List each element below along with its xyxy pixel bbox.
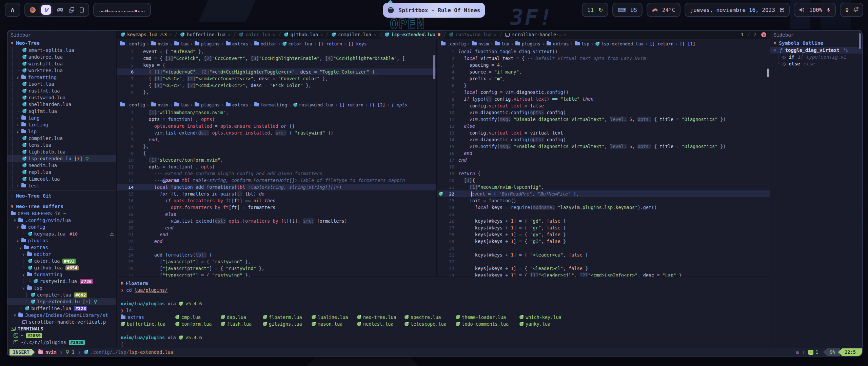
breadcrumb-item[interactable]: lua: [495, 41, 509, 46]
code-line[interactable]: 13 ---@param tbl table<string, conform.F…: [117, 177, 436, 184]
tab-rustywind-lua[interactable]: rustywind.lua✕: [445, 30, 500, 39]
tree-item[interactable]: │ └ worktree.lua: [7, 67, 116, 74]
breadcrumb-item[interactable]: plugins: [195, 102, 220, 107]
code-line[interactable]: 3 [1]"williamboman/mason.nvim",: [117, 109, 436, 116]
date-widget[interactable]: jueves, noviembre 16, 2023: [685, 3, 789, 17]
code-line[interactable]: 1local function toggle_diag_virtext(): [437, 48, 770, 55]
tree-item[interactable]: └ lsp-extended.lu[+]⚲: [7, 298, 116, 305]
tree-item[interactable]: ∨config: [7, 224, 116, 230]
workspace-active[interactable]: V: [41, 5, 51, 15]
breadcrumb-item[interactable]: ƒ opts: [391, 102, 407, 107]
tree-item[interactable]: ∨formatting: [7, 271, 116, 278]
tab-compiler-lua[interactable]: compiler.lua✕: [328, 30, 380, 39]
code-area[interactable]: 1local function toggle_diag_virtext()2 l…: [437, 48, 770, 277]
breadcrumb-item[interactable]: extras: [547, 41, 569, 46]
code-line[interactable]: 25: [437, 211, 770, 218]
tab-close-icon[interactable]: ✕: [374, 32, 376, 37]
tree-item[interactable]: ∨.config/nvim/lua: [7, 217, 116, 224]
tree-item[interactable]: ∨editor: [7, 251, 116, 258]
symbols-outline-header[interactable]: ∨ Symbols Outline: [770, 39, 862, 47]
tree-item[interactable]: >_~/.c/n/l/plugins#3980: [7, 339, 116, 346]
tab-bufferline-lua[interactable]: bufferline.lua✕: [176, 30, 234, 39]
code-line[interactable]: 16 if opts.formatters_by_ft[ft] == nil t…: [117, 197, 436, 204]
tab-scrollbar-handle-[interactable]: scrollbar-handle-…✕: [501, 30, 571, 39]
tree-item[interactable]: │ │ undotree.lua: [7, 54, 116, 60]
updates-widget[interactable]: 11 ↻: [582, 3, 609, 17]
code-line[interactable]: 6 }: [437, 82, 770, 89]
code-line[interactable]: 18: [437, 163, 770, 170]
code-line[interactable]: 27 ["typescript"] = { "rustywind" },: [117, 272, 436, 277]
tree-item[interactable]: >_~#2859: [7, 332, 116, 339]
tree-item[interactable]: │ │ lightbulb.lua: [7, 148, 116, 155]
code-line[interactable]: 21 end: [117, 231, 436, 238]
code-line[interactable]: 24 add_formatters(tbl: {: [117, 251, 436, 258]
code-line[interactable]: 11 vim.notify(msg: "Disable diagnostics …: [437, 116, 770, 123]
tab-lsp-extended-lua[interactable]: lsp-extended.lua: [381, 30, 445, 39]
code-line[interactable]: 13 config.virtual_text = virtual_text: [437, 129, 770, 136]
scrollbar[interactable]: [859, 33, 861, 49]
tree-item[interactable]: >_TERMINALS: [7, 325, 116, 332]
code-line[interactable]: 12 --- Extend the conform plugin config …: [117, 170, 436, 177]
code-line[interactable]: 33 keys[#keys + 1] = { "<leader>cl", fal…: [437, 265, 770, 272]
code-line[interactable]: 7 { [1]"<S-C>", [2]"<cmd>CccConvert<cr>"…: [117, 75, 436, 82]
code-line[interactable]: 5 keys = {: [117, 62, 436, 68]
tree-item[interactable]: ∨Juegos/Indies/SteamLibrary/st: [7, 312, 116, 319]
code-line[interactable]: 23 init = function(): [437, 197, 770, 204]
breadcrumb-item[interactable]: {} return: [318, 41, 342, 46]
neotree-section-header[interactable]: ∨ Neo-Tree: [7, 39, 116, 47]
code-line[interactable]: 14 vim.diagnostic.config(opts: config): [437, 136, 770, 143]
workspace-games[interactable]: [57, 8, 63, 12]
code-line[interactable]: 30: [437, 245, 770, 251]
code-line[interactable]: 3 spacing = 4,: [437, 62, 770, 68]
tree-item[interactable]: │ ›lang: [7, 115, 116, 121]
code-line[interactable]: 19 vim.list_extend(dst: opts.formatters_…: [117, 218, 436, 224]
code-line[interactable]: 22 end: [117, 238, 436, 245]
breadcrumb-item[interactable]: nvim: [151, 41, 168, 46]
code-area[interactable]: 3 event = { "BufRead" },4 cmd = { [1]"Cc…: [117, 48, 436, 100]
breadcrumb-item[interactable]: [] return: [650, 41, 673, 46]
code-line[interactable]: 5 prefix = "●",: [437, 75, 770, 82]
tab-number-current[interactable]: 1: [741, 32, 744, 37]
code-line[interactable]: 4 source = "if_many",: [437, 68, 770, 75]
breadcrumb-item[interactable]: extras: [226, 41, 248, 46]
tree-item[interactable]: │ │ shellharden.lua: [7, 101, 116, 108]
tree-item[interactable]: │ │ smart-splits.lua: [7, 47, 116, 54]
tree-item[interactable]: │ │ rustfmt.lua: [7, 87, 116, 94]
workspace-docs[interactable]: [80, 7, 84, 13]
outline-item[interactable]: ├ ◇ifif type(config.vi: [770, 54, 862, 60]
code-line[interactable]: 15 for ft, formatters in pairs(t: tbl) d…: [117, 190, 436, 197]
breadcrumb-item[interactable]: {} [2]: [369, 102, 385, 107]
code-line[interactable]: 23: [117, 245, 436, 251]
tree-item[interactable]: └ scrollbar-handle-vertical.p: [7, 319, 116, 325]
tree-item[interactable]: OPEN BUFFERS in ~: [7, 210, 116, 217]
code-line[interactable]: 6 { [1]"<leader>uC", [2]"<cmd>CccHighlig…: [117, 68, 436, 75]
code-line[interactable]: 2 local virtual_text = { -- Default virt…: [437, 55, 770, 62]
tab-close-icon[interactable]: ✕: [320, 32, 323, 37]
code-line[interactable]: 27 keys[#keys + 1] = { "gr", false }: [437, 224, 770, 231]
code-line[interactable]: 18 else: [117, 211, 436, 218]
code-line[interactable]: 12 else: [437, 123, 770, 129]
code-line[interactable]: 19return {: [437, 170, 770, 177]
breadcrumb-item[interactable]: nvim: [151, 102, 168, 107]
code-line[interactable]: 5 opts.ensure_installed = opts.ensure_in…: [117, 123, 436, 129]
code-line[interactable]: 20 end: [117, 224, 436, 231]
tree-item[interactable]: │ │ winshift.lua: [7, 60, 116, 67]
tree-item[interactable]: │ ›test: [7, 182, 116, 189]
breadcrumb-item[interactable]: extras: [226, 102, 248, 107]
code-line[interactable]: 9 },: [117, 89, 436, 96]
breadcrumb-item[interactable]: lua: [174, 41, 189, 46]
keyboard-layout-widget[interactable]: ⌨ US: [612, 3, 642, 17]
code-line[interactable]: 8 if type(v: config.virtual_text) == "ta…: [437, 96, 770, 102]
breadcrumb-item[interactable]: formatting: [254, 102, 287, 107]
tab-close-icon[interactable]: ✕: [169, 32, 172, 37]
breadcrumb-item[interactable]: .config: [120, 102, 145, 107]
code-line[interactable]: 6 vim.list_extend(dst: opts.ensure_insta…: [117, 129, 436, 136]
code-line[interactable]: 15 vim.notify(msg: "Enabled diagnostics …: [437, 143, 770, 150]
code-line[interactable]: 3 event = { "BufRead" },: [117, 48, 436, 55]
breadcrumb-item[interactable]: [] keys: [348, 41, 367, 46]
tree-item[interactable]: │ │ isort.lua: [7, 81, 116, 87]
breadcrumb-item[interactable]: color.lua: [282, 41, 312, 46]
tree-item[interactable]: │ ∨formatting: [7, 74, 116, 81]
code-line[interactable]: 26 ["javascriptreact"] = { "rustywind" }…: [117, 265, 436, 272]
tree-item[interactable]: ∨extras: [7, 244, 116, 251]
